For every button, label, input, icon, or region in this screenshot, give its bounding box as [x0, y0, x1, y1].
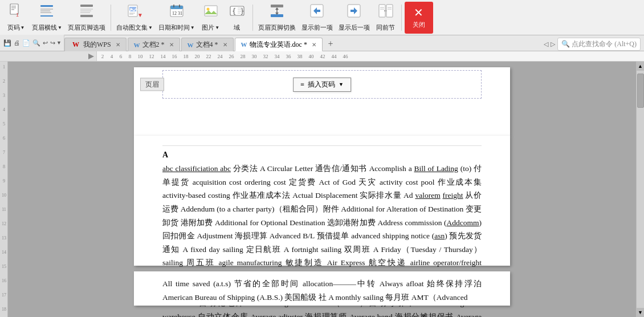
tab-nav-left[interactable]: ◁ [544, 40, 548, 48]
page-num-16: 16 [0, 278, 8, 283]
tab-add-button[interactable]: + [324, 37, 337, 51]
auto-figure-icon: ▼ [127, 3, 142, 22]
svg-text:▼: ▼ [137, 12, 142, 18]
main-area: 1 2 3 4 5 6 7 8 9 10 11 12 13 14 15 16 1… [0, 62, 644, 317]
undo-button[interactable]: ↩ [42, 39, 49, 47]
svg-rect-2 [11, 7, 16, 9]
page-num-12: 12 [0, 221, 8, 226]
svg-rect-27 [205, 6, 217, 16]
left-margin-bar: 1 2 3 4 5 6 7 8 9 10 11 12 13 14 15 16 1… [0, 62, 8, 317]
pdf-button[interactable]: 📄 [21, 39, 31, 47]
ribbon-label: 显示后一项 [339, 23, 370, 32]
field-button[interactable]: { } 域 [225, 2, 250, 34]
insert-barcode-label: 插入页码 [308, 80, 335, 90]
header-footer-options-icon [79, 3, 95, 22]
search-command-button[interactable]: 🔍 点此查找命令 (Alt+Q) [557, 38, 641, 51]
tab-doc4-label: 文档4 * [196, 40, 218, 50]
print-button[interactable]: 🖨 [13, 39, 21, 46]
ribbon-label: 同前节 [376, 23, 395, 32]
tab-logistics-label: 物流专业英语.doc * [250, 40, 307, 50]
document-page-content: A abc classificiation abc 分类法 A Circular… [134, 136, 510, 266]
header-footer-line-icon [39, 3, 55, 22]
switch-header-footer-button[interactable]: 页眉页脚切换 [256, 2, 298, 34]
same-as-prev-icon [378, 3, 394, 22]
redo-button[interactable]: ↪ [49, 39, 56, 47]
doc2-icon: W [134, 42, 140, 48]
logistics-icon: W [241, 41, 247, 48]
auto-figure-button[interactable]: ▼ 自动图文集▼ [114, 2, 155, 34]
quick-access-caret[interactable]: ▼ [56, 40, 62, 46]
scroll-thumb[interactable] [637, 74, 644, 108]
image-button[interactable]: 图片▼ [198, 2, 223, 34]
ribbon-label: 日期和时间 [158, 23, 190, 32]
svg-marker-38 [275, 7, 279, 10]
image-icon [203, 3, 219, 22]
document-text-2: All time saved (a.t.s) 节省的全部时间 allocatio… [162, 277, 482, 304]
scroll-track[interactable] [637, 71, 644, 308]
tab-doc4-close[interactable]: ✕ [223, 42, 227, 48]
page-num-8: 8 [0, 164, 8, 169]
page-num-2: 2 [0, 79, 8, 84]
ribbon-label: 页眉页脚选项 [68, 23, 105, 32]
dropdown-arrow: ▼ [339, 82, 344, 87]
scroll-up-button[interactable]: ▲ [637, 62, 645, 71]
page-num-13: 13 [0, 235, 8, 241]
page-num-1: 1 [0, 64, 8, 70]
show-prev-button[interactable]: 显示前一项 [299, 2, 335, 34]
ribbon-label: 域 [234, 23, 240, 32]
show-prev-icon [309, 3, 325, 22]
ribbon-divider-3 [401, 5, 402, 31]
ribbon-label: 页眉横线 [32, 23, 57, 32]
page-num-11: 11 [0, 207, 8, 212]
page-num-3: 3 [0, 93, 8, 98]
ribbon-divider-2 [252, 5, 253, 31]
tab-wps-close[interactable]: ✕ [116, 42, 120, 48]
page-num-17: 17 [0, 292, 8, 298]
svg-rect-22 [170, 6, 183, 9]
tab-doc2-close[interactable]: ✕ [169, 42, 174, 48]
svg-text:31: 31 [178, 11, 182, 16]
document-page-header: 页眉 ≡ 插入页码 ▼ [134, 67, 510, 136]
svg-point-28 [206, 8, 209, 11]
doc4-icon: W [188, 42, 194, 48]
barcode-icon: ≡ [300, 80, 304, 89]
svg-rect-10 [80, 5, 93, 7]
header-footer-line-button[interactable]: 页眉横线▼ [30, 2, 64, 34]
tabbar: 💾 🖨 📄 🔍 ↩ ↪ ▼ W 我的WPS ✕ W 文档2 * ✕ W 文档4 … [0, 35, 644, 51]
tab-doc4[interactable]: W 文档4 * ✕ [181, 38, 234, 51]
tab-logistics[interactable]: W 物流专业英语.doc * ✕ [235, 38, 323, 51]
tab-wps[interactable]: W 我的WPS ✕ [64, 38, 127, 51]
content-area[interactable]: 页眉 ≡ 插入页码 ▼ A abc classificiation abc 分类… [8, 62, 636, 317]
save-button[interactable]: 💾 [2, 39, 13, 47]
page-num-15: 15 [0, 264, 8, 269]
ribbon-label: 自动图文集 [116, 23, 148, 32]
ribbon-label: 显示前一项 [301, 23, 333, 32]
scroll-down-button[interactable]: ▼ [637, 308, 645, 317]
wps-logo: W [71, 40, 81, 49]
svg-rect-45 [386, 5, 393, 17]
svg-text:12: 12 [172, 11, 177, 16]
close-button[interactable]: ✕ 关闭 [405, 2, 433, 34]
show-next-button[interactable]: 显示后一项 [336, 2, 372, 34]
tab-nav-right[interactable]: ▷ [551, 40, 555, 48]
print-preview-button[interactable]: 🔍 [31, 39, 42, 47]
field-icon: { } [229, 3, 245, 22]
page-num-5: 5 [0, 121, 8, 127]
tab-logistics-close[interactable]: ✕ [312, 42, 316, 48]
close-icon: ✕ [414, 6, 423, 19]
page-num-button[interactable]: 1 页码▼ [3, 2, 28, 34]
svg-rect-14 [80, 15, 93, 17]
date-time-button[interactable]: 12 31 日期和时间▼ [156, 2, 197, 34]
insert-barcode-button[interactable]: ≡ 插入页码 ▼ [293, 78, 351, 92]
ribbon-divider-1 [111, 5, 111, 31]
svg-rect-1 [11, 6, 16, 7]
ribbon-label: 页码 [7, 23, 20, 32]
same-as-prev-button[interactable]: 同前节 [373, 2, 398, 34]
tab-doc2[interactable]: W 文档2 * ✕ [128, 38, 180, 51]
header-footer-options-button[interactable]: 页眉页脚选项 [66, 2, 108, 34]
tab-right-area: ◁ ▷ 🔍 点此查找命令 (Alt+Q) [544, 38, 644, 51]
scrollbar[interactable]: ▲ ▼ [636, 62, 644, 317]
ribbon: 1 页码▼ 页眉横线▼ 页眉页脚选项 [0, 0, 644, 35]
svg-rect-5 [40, 5, 53, 7]
a-marker: A [162, 151, 482, 160]
